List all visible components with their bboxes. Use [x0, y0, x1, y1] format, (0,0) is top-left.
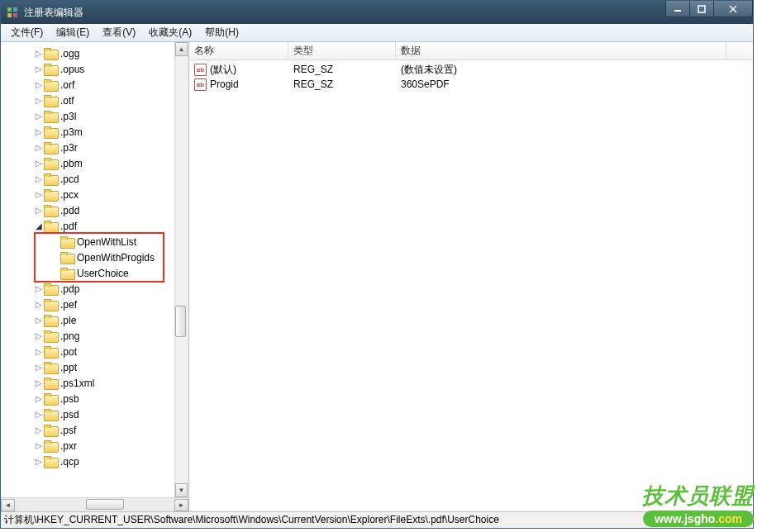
tree-item-label: .pdd	[60, 205, 79, 216]
tree-item[interactable]: ▷.otf	[1, 93, 188, 108]
col-header-data[interactable]: 数据	[396, 42, 726, 59]
scroll-left-arrow-icon[interactable]: ◄	[1, 499, 15, 511]
tree-item-label: .ppt	[60, 362, 77, 373]
expand-icon[interactable]: ▷	[34, 190, 44, 199]
scroll-down-arrow-icon[interactable]: ▼	[175, 483, 188, 497]
horizontal-scroll-thumb[interactable]	[86, 499, 124, 510]
menu-file[interactable]: 文件(F)	[4, 24, 50, 41]
tree-item-label: .p3m	[60, 126, 83, 138]
tree-item[interactable]: ▷.psb	[1, 391, 188, 406]
expand-icon[interactable]: ▷	[34, 410, 44, 419]
tree-vertical-scrollbar[interactable]: ▲ ▼	[174, 42, 188, 497]
expand-icon[interactable]: ▷	[34, 457, 44, 466]
tree-item[interactable]: ▷.p3m	[1, 124, 188, 140]
scroll-right-arrow-icon[interactable]: ►	[174, 499, 188, 511]
tree-item[interactable]: ▷.pot	[1, 344, 188, 359]
tree-item[interactable]: ▷.pcx	[1, 187, 188, 202]
expand-icon[interactable]: ▷	[34, 64, 44, 74]
col-header-type[interactable]: 类型	[288, 42, 396, 59]
titlebar[interactable]: 注册表编辑器	[1, 1, 753, 24]
tree-horizontal-scrollbar[interactable]: ◄ ►	[1, 497, 188, 511]
tree-item[interactable]: ▷.png	[1, 328, 188, 344]
col-header-name[interactable]: 名称	[189, 42, 288, 59]
reg-string-icon: ab	[194, 78, 207, 91]
tree-item[interactable]: ▷.p3r	[1, 140, 188, 155]
tree-view[interactable]: ▷.ogg▷.opus▷.orf▷.otf▷.p3l▷.p3m▷.p3r▷.pb…	[1, 42, 188, 497]
tree-item-label: .p3l	[60, 111, 76, 122]
tree-item-label: .ple	[60, 315, 76, 326]
folder-icon	[44, 315, 57, 326]
tree-item[interactable]: ▷.ogg	[1, 45, 188, 61]
expand-icon[interactable]: ▷	[34, 363, 44, 372]
expand-icon[interactable]: ▷	[34, 127, 44, 136]
svg-rect-3	[13, 13, 17, 17]
folder-icon	[44, 126, 57, 138]
tree-item[interactable]: ▷.ppt	[1, 359, 188, 375]
menu-edit[interactable]: 编辑(E)	[50, 24, 96, 41]
expand-icon[interactable]: ▷	[34, 316, 44, 325]
tree-item-label: .pdp	[60, 283, 79, 295]
reg-string-icon: ab	[194, 64, 207, 76]
menu-help[interactable]: 帮助(H)	[198, 24, 245, 41]
tree-item[interactable]: ▷.pcd	[1, 171, 188, 187]
expand-icon[interactable]: ▷	[34, 112, 44, 121]
list-row[interactable]: ab(默认)REG_SZ(数值未设置)	[189, 62, 753, 77]
expand-icon[interactable]: ▷	[34, 49, 44, 58]
tree-item[interactable]: ▷.qcp	[1, 454, 188, 469]
vertical-scroll-thumb[interactable]	[175, 306, 186, 337]
folder-icon	[44, 362, 57, 373]
tree-item[interactable]: ▷.pdd	[1, 202, 188, 218]
list-body[interactable]: ab(默认)REG_SZ(数值未设置)abProgidREG_SZ360SePD…	[189, 60, 753, 511]
tree-item[interactable]: ▷.psf	[1, 422, 188, 438]
tree-item[interactable]: ▷.ps1xml	[1, 375, 188, 391]
collapse-icon[interactable]: ◢	[34, 221, 44, 230]
folder-icon	[44, 205, 57, 216]
expand-icon[interactable]: ▷	[34, 96, 44, 105]
menu-view[interactable]: 查看(V)	[96, 24, 142, 41]
expand-icon[interactable]: ▷	[34, 425, 44, 435]
tree-item[interactable]: OpenWithProgids	[1, 249, 188, 265]
expand-icon[interactable]: ▷	[34, 174, 44, 183]
expand-icon[interactable]: ▷	[34, 159, 44, 168]
folder-icon	[44, 299, 57, 311]
scroll-up-arrow-icon[interactable]: ▲	[175, 42, 188, 56]
tree-item[interactable]: ▷.orf	[1, 77, 188, 93]
expand-icon[interactable]: ▷	[34, 331, 44, 340]
tree-item-label: .opus	[60, 64, 84, 75]
minimize-button[interactable]	[665, 1, 690, 17]
tree-item[interactable]: ▷.ple	[1, 312, 188, 328]
expand-icon[interactable]: ▷	[34, 206, 44, 215]
value-type: REG_SZ	[288, 64, 396, 75]
tree-item-label: .pbm	[60, 158, 83, 169]
tree-item[interactable]: ▷.psd	[1, 406, 188, 422]
tree-item[interactable]: UserChoice	[1, 265, 188, 281]
expand-icon[interactable]: ▷	[34, 300, 44, 309]
folder-icon	[44, 378, 57, 389]
statusbar: 计算机\HKEY_CURRENT_USER\Software\Microsoft…	[1, 511, 753, 528]
expand-icon[interactable]: ▷	[34, 378, 44, 387]
expand-icon[interactable]: ▷	[34, 441, 44, 450]
folder-icon	[44, 79, 57, 91]
tree-item[interactable]: OpenWithList	[1, 234, 188, 249]
close-button[interactable]	[713, 1, 753, 17]
maximize-button[interactable]	[689, 1, 714, 17]
tree-item[interactable]: ▷.opus	[1, 61, 188, 77]
tree-item[interactable]: ▷.pbm	[1, 155, 188, 171]
tree-item-label: .orf	[60, 79, 74, 91]
tree-item[interactable]: ▷.p3l	[1, 108, 188, 124]
tree-item[interactable]: ▷.pdp	[1, 281, 188, 297]
folder-icon	[44, 425, 57, 436]
tree-item[interactable]: ▷.pxr	[1, 438, 188, 454]
expand-icon[interactable]: ▷	[34, 284, 44, 293]
expand-icon[interactable]: ▷	[34, 80, 44, 89]
tree-item[interactable]: ◢.pdf	[1, 218, 188, 234]
tree-item-label: .pcd	[60, 173, 79, 185]
expand-icon[interactable]: ▷	[34, 143, 44, 152]
tree-item[interactable]: ▷.pef	[1, 297, 188, 312]
list-row[interactable]: abProgidREG_SZ360SePDF	[189, 77, 753, 92]
folder-icon	[60, 236, 74, 248]
folder-icon	[60, 252, 74, 264]
expand-icon[interactable]: ▷	[34, 394, 44, 403]
expand-icon[interactable]: ▷	[34, 347, 44, 356]
menu-favorites[interactable]: 收藏夹(A)	[142, 24, 198, 41]
